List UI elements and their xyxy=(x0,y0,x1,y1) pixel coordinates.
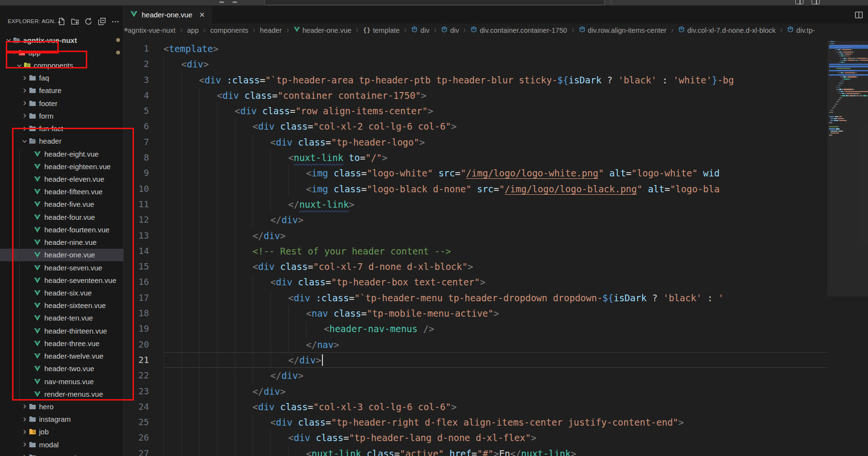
breadcrumb-item[interactable]: div xyxy=(411,26,429,34)
code-editor[interactable]: 1<template>2<div>3<div :class="`tp-heade… xyxy=(124,37,868,456)
code-line-8[interactable]: 8<nuxt-link to="/"> xyxy=(124,150,868,165)
code-line-7[interactable]: 7<div class="tp-header-logo"> xyxy=(124,134,868,150)
code-line-6[interactable]: 6<div class="col-xl-2 col-lg-6 col-6"> xyxy=(124,119,868,134)
breadcrumb-item[interactable]: app xyxy=(187,27,199,34)
breadcrumb-item[interactable]: div.tp- xyxy=(787,26,815,34)
chevron-right-icon[interactable] xyxy=(21,416,28,423)
tree-item-agntix-vue-nuxt[interactable]: agntix-vue-nuxt xyxy=(0,34,123,46)
breadcrumb-item[interactable]: div.col-xl-7.d-none.d-xl-block xyxy=(678,26,775,34)
tree-item-header-five-vue[interactable]: header-five.vue xyxy=(0,198,123,211)
code-line-12[interactable]: 12</div> xyxy=(124,212,868,228)
tree-item-footer[interactable]: footer xyxy=(0,97,123,109)
code-line-2[interactable]: 2<div> xyxy=(124,56,868,72)
tree-item-components[interactable]: components xyxy=(0,59,123,71)
code-line-18[interactable]: 18<nav class="tp-mobile-menu-active"> xyxy=(124,306,868,321)
tree-item-header-seven-vue[interactable]: header-seven.vue xyxy=(0,261,123,274)
chevron-right-icon[interactable] xyxy=(21,403,28,410)
chevron-right-icon[interactable] xyxy=(21,112,28,119)
chevron-down-icon[interactable] xyxy=(15,62,23,69)
chevron-right-icon[interactable] xyxy=(21,454,28,456)
code-line-22[interactable]: 22</div> xyxy=(124,368,868,383)
tree-item-modal[interactable]: modal xyxy=(0,438,123,451)
code-line-5[interactable]: 5<div class="row align-items-center"> xyxy=(124,103,868,119)
tab-header-one[interactable]: header-one.vue ✕ xyxy=(124,6,212,24)
breadcrumb-item[interactable]: div.container.container-1750 xyxy=(470,26,567,34)
new-folder-icon[interactable] xyxy=(70,16,80,27)
code-line-25[interactable]: 25<div class="tp-header-right d-flex ali… xyxy=(124,415,868,430)
tree-item-header-four-vue[interactable]: header-four.vue xyxy=(0,211,123,223)
code-line-23[interactable]: 23</div> xyxy=(124,384,868,399)
nav-back-icon[interactable] xyxy=(219,1,224,3)
code-line-9[interactable]: 9<img class="logo-white" src="/img/logo/… xyxy=(124,165,868,181)
more-actions-icon[interactable] xyxy=(110,16,120,27)
chevron-right-icon[interactable] xyxy=(21,125,28,132)
layout-toggle-icon[interactable] xyxy=(812,0,820,4)
breadcrumb-item[interactable]: header-one.vue xyxy=(294,26,352,34)
tree-item-header-sixteen-vue[interactable]: header-sixteen.vue xyxy=(0,299,123,312)
tree-item-header-seventeen-vue[interactable]: header-seventeen.vue xyxy=(0,274,123,286)
chevron-right-icon[interactable] xyxy=(21,100,28,107)
code-line-21[interactable]: 21</div> xyxy=(124,352,868,368)
chevron-right-icon[interactable] xyxy=(21,87,28,94)
code-line-16[interactable]: 16<div class="tp-header-box text-center"… xyxy=(124,274,868,290)
tree-item-form[interactable]: form xyxy=(0,109,123,122)
chevron-right-icon[interactable] xyxy=(21,429,28,435)
tree-item-header-twelve-vue[interactable]: header-twelve.vue xyxy=(0,349,123,362)
code-line-1[interactable]: 1<template> xyxy=(124,41,868,56)
nav-forward-icon[interactable] xyxy=(232,1,237,3)
tree-item-instagram[interactable]: instagram xyxy=(0,413,123,426)
tab-close-icon[interactable]: ✕ xyxy=(199,11,205,19)
code-line-27[interactable]: 27<nuxt-link class="active" href="#">En<… xyxy=(124,446,868,456)
chevron-right-icon[interactable] xyxy=(21,75,28,81)
code-line-15[interactable]: 15<div class="col-xl-7 d-none d-xl-block… xyxy=(124,259,868,274)
tree-item-header-fourteen-vue[interactable]: header-fourteen.vue xyxy=(0,223,123,236)
tree-item-header-thirteen-vue[interactable]: header-thirteen.vue xyxy=(0,324,123,337)
tree-item-header-nine-vue[interactable]: header-nine.vue xyxy=(0,236,123,249)
tree-item-job[interactable]: $job xyxy=(0,426,123,438)
tree-item-header-one-vue[interactable]: header-one.vue xyxy=(0,249,123,261)
breadcrumb-item[interactable]: div xyxy=(441,26,459,34)
new-file-icon[interactable] xyxy=(56,16,67,27)
code-line-10[interactable]: 10<img class="logo-black d-none" src="/i… xyxy=(124,181,868,197)
refresh-icon[interactable] xyxy=(83,16,93,27)
code-line-26[interactable]: 26<div class="tp-header-lang d-none d-xl… xyxy=(124,430,868,445)
tree-item-header-eight-vue[interactable]: header-eight.vue xyxy=(0,148,123,160)
tree-item-header-three-vue[interactable]: header-three.vue xyxy=(0,337,123,349)
tree-item-nav-menus-vue[interactable]: nav-menus.vue xyxy=(0,375,123,388)
code-line-24[interactable]: 24<div class="col-xl-3 col-lg-6 col-6"> xyxy=(124,399,868,415)
breadcrumb-item[interactable]: {}template xyxy=(363,27,400,34)
tree-item-faq[interactable]: faq xyxy=(0,72,123,84)
layout-toggle-icon[interactable] xyxy=(795,0,803,4)
chevron-down-icon[interactable] xyxy=(10,49,18,56)
collapse-folders-icon[interactable] xyxy=(97,16,107,27)
tree-item-hero[interactable]: hero xyxy=(0,400,123,413)
code-line-3[interactable]: 3<div :class="`tp-header-area tp-header-… xyxy=(124,72,868,88)
tree-item-header[interactable]: header xyxy=(0,135,123,148)
code-line-14[interactable]: 14<!-- Rest of your header content --> xyxy=(124,243,868,259)
code-line-4[interactable]: 4<div class="container container-1750"> xyxy=(124,88,868,103)
tree-item-header-ten-vue[interactable]: header-ten.vue xyxy=(0,312,123,324)
code-line-17[interactable]: 17<div :class="`tp-header-menu tp-header… xyxy=(124,290,868,306)
command-center-search-box[interactable] xyxy=(264,0,605,5)
tree-item-header-eighteen-vue[interactable]: header-eighteen.vue xyxy=(0,160,123,173)
breadcrumb-item[interactable]: div.row.align-items-center xyxy=(579,26,667,34)
split-editor-icon[interactable] xyxy=(855,6,863,24)
tree-item-header-fifteen-vue[interactable]: header-fifteen.vue xyxy=(0,186,123,198)
chevron-down-icon[interactable] xyxy=(21,138,28,145)
code-area[interactable]: 1<template>2<div>3<div :class="`tp-heade… xyxy=(124,37,868,456)
tree-item-fun-fact[interactable]: fun-fact xyxy=(0,122,123,135)
chevron-down-icon[interactable] xyxy=(5,37,13,43)
tree-item-render-menus-vue[interactable]: render-menus.vue xyxy=(0,388,123,400)
breadcrumb-item[interactable]: header xyxy=(260,27,281,34)
minimap[interactable] xyxy=(828,37,868,456)
tree-item-app[interactable]: app xyxy=(0,46,123,59)
code-line-20[interactable]: 20</nav> xyxy=(124,337,868,352)
tree-item-header-six-vue[interactable]: header-six.vue xyxy=(0,286,123,299)
tree-item-feature[interactable]: feature xyxy=(0,84,123,97)
breadcrumb-item[interactable]: agntix-vue-nuxt xyxy=(128,27,175,34)
chevron-right-icon[interactable] xyxy=(21,441,28,448)
tree-item-header-two-vue[interactable]: header-two.vue xyxy=(0,362,123,375)
code-line-11[interactable]: 11</nuxt-link> xyxy=(124,197,868,212)
breadcrumb-item[interactable]: components xyxy=(210,27,248,34)
code-line-19[interactable]: 19<header-nav-menus /> xyxy=(124,321,868,336)
